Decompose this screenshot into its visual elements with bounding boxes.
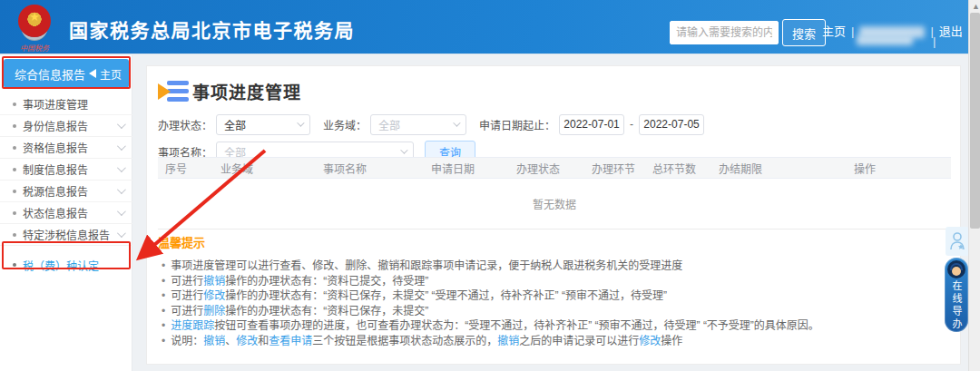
tip-line: •进度跟踪按钮可查看事项办理的进度，也可查看办理状态为：“受理不通过，待补齐补正… (158, 318, 951, 334)
bullet-icon (13, 168, 16, 171)
bullet-icon (13, 103, 16, 106)
member-icon[interactable] (946, 227, 969, 256)
sidebar-section-label: 综合信息报告 (15, 65, 85, 83)
col-status: 办理状态 (495, 161, 581, 176)
tip-text: 按钮可查看事项办理的进度，也可查看办理状态为：“受理不通过，待补齐补正” “预审… (214, 319, 819, 332)
tip-text: 可进行 (171, 305, 203, 317)
sidebar-item-system[interactable]: 制度信息报告 (0, 159, 132, 181)
sidebar-item-special-tax-info[interactable]: 特定涉税信息报告 (0, 224, 132, 246)
bullet-icon (13, 233, 16, 237)
tip-link[interactable]: 查看申请 (269, 335, 312, 347)
sidebar-home-link[interactable]: 主页 (100, 66, 122, 82)
tip-link[interactable]: 修改 (639, 335, 661, 347)
tips-section: 温馨提示 •事项进度管理可以进行查看、修改、删除、撤销和跟踪事项申请记录，便于纳… (158, 233, 951, 348)
back-arrow-icon (89, 69, 96, 78)
tip-link[interactable]: 进度跟踪 (171, 319, 214, 332)
search-button[interactable]: 搜索 (782, 19, 826, 46)
vertical-scrollbar[interactable]: ▲ (968, 0, 980, 371)
business-domain-select[interactable]: 全部 (370, 114, 466, 135)
page-title-row: 事项进度管理 (158, 79, 301, 103)
online-guide-label: 在线导办 (945, 280, 968, 331)
tip-text: 可进行 (171, 275, 203, 288)
chevron-down-icon (297, 119, 304, 126)
domain-filter-label: 业务域： (323, 117, 367, 132)
sidebar-item-progress[interactable]: 事项进度管理 (0, 93, 132, 115)
logo-caption: 中国税务 (13, 43, 56, 53)
bullet-icon: • (162, 319, 165, 332)
tip-line: •可进行删除操作的办理状态有：“资料已保存，未提交” (158, 304, 951, 319)
chevron-down-icon (117, 163, 126, 172)
chevron-down-icon (117, 229, 126, 238)
tip-text: 操作的办理状态有：“资料已提交，待受理” (225, 275, 428, 288)
tips-title: 温馨提示 (158, 233, 951, 250)
date-to-input[interactable] (639, 114, 704, 135)
list-title-icon (158, 80, 189, 103)
bullet-icon: • (162, 275, 165, 288)
tip-text: 可进行 (171, 289, 203, 302)
tip-text: 、 (225, 335, 236, 347)
guide-avatar-icon (947, 260, 965, 278)
username-redacted-line2 (857, 35, 913, 45)
col-step: 办理环节 (581, 161, 646, 176)
results-table: 序号 业务域 事项名称 申请日期 办理状态 办理环节 总环节数 办结期限 操作 … (158, 157, 951, 229)
national-emblem-icon: ★ (18, 5, 51, 37)
tip-text: 操作的办理状态有：“资料已保存，未提交” “受理不通过，待补齐补正” “预审不通… (225, 289, 667, 302)
tip-link[interactable]: 撤销 (203, 275, 225, 288)
bullet-icon (13, 211, 16, 215)
sidebar-item-identity[interactable]: 身份信息报告 (0, 115, 132, 137)
online-guide-button[interactable]: 在线导办 (945, 258, 968, 332)
tip-text: 操作的办理状态有：“资料已保存，未提交” (225, 305, 428, 317)
chevron-down-icon (117, 207, 126, 216)
col-item-name: 事项名称 (279, 161, 410, 176)
tip-text: 和 (258, 335, 269, 347)
tip-line: •可进行修改操作的办理状态有：“资料已保存，未提交” “受理不通过，待补齐补正”… (158, 288, 951, 304)
sidebar-item-qualification[interactable]: 资格信息报告 (0, 137, 132, 159)
home-link[interactable]: 主页 (822, 24, 846, 38)
app-header: ★ 中国税务 国家税务总局北京市电子税务局 搜索 主页||退出 | (0, 0, 980, 54)
chevron-down-icon (117, 142, 126, 151)
chevron-down-icon (400, 146, 407, 153)
tip-line: •说明：撤销、修改和查看申请三个按钮是根据事项状态动态展示的，撤销之后的申请记录… (158, 334, 951, 349)
tip-link[interactable]: 修改 (236, 335, 258, 347)
tip-link[interactable]: 删除 (203, 305, 225, 317)
sidebar-menu: 事项进度管理 身份信息报告 资格信息报告 制度信息报告 税源信息报告 状态信息报… (0, 93, 132, 277)
table-header-row: 序号 业务域 事项名称 申请日期 办理状态 办理环节 总环节数 办结期限 操作 (158, 157, 951, 179)
scrollbar-thumb[interactable] (970, 13, 980, 229)
tip-line: •事项进度管理可以进行查看、修改、删除、撤销和跟踪事项申请记录，便于纳税人跟进税… (158, 259, 951, 274)
status-select[interactable]: 全部 (216, 114, 310, 135)
col-total-steps: 总环节数 (646, 161, 702, 176)
bullet-icon (13, 146, 16, 150)
sidebar-item-status[interactable]: 状态信息报告 (0, 202, 132, 224)
sidebar: 综合信息报告 主页 事项进度管理 身份信息报告 资格信息报告 制度信息报告 税源… (0, 55, 132, 371)
search-input[interactable] (670, 21, 779, 44)
tip-link[interactable]: 撤销 (497, 335, 519, 347)
sidebar-section-header[interactable]: 综合信息报告 主页 (4, 59, 129, 88)
chevron-down-icon (117, 185, 126, 194)
page-title: 事项进度管理 (192, 79, 301, 103)
tip-text: 三个按钮是根据事项状态动态展示的， (312, 335, 497, 347)
tip-text: 事项进度管理可以进行查看、修改、删除、撤销和跟踪事项申请记录，便于纳税人跟进税务… (171, 259, 682, 272)
date-range-label: 申请日期起止： (479, 117, 555, 132)
sidebar-item-tax-source[interactable]: 税源信息报告 (0, 181, 132, 202)
tip-text: 说明： (171, 335, 203, 347)
col-deadline: 办结期限 (702, 161, 779, 176)
chevron-down-icon (453, 119, 460, 126)
tip-link[interactable]: 修改 (203, 289, 225, 302)
status-filter-label: 办理状态： (158, 117, 212, 132)
date-from-input[interactable] (559, 114, 624, 135)
col-actions: 操作 (779, 161, 951, 176)
tip-link[interactable]: 撤销 (203, 335, 225, 347)
bullet-icon: • (162, 289, 165, 302)
tips-list: •事项进度管理可以进行查看、修改、删除、撤销和跟踪事项申请记录，便于纳税人跟进税… (158, 259, 951, 348)
scroll-up-icon[interactable]: ▲ (972, 2, 980, 11)
sidebar-item-tax-type-determination[interactable]: 税（费）种认定 (0, 253, 132, 277)
chevron-down-icon (117, 120, 126, 129)
col-apply-date: 申请日期 (410, 161, 495, 176)
bullet-icon: • (162, 305, 165, 317)
main-content: 事项进度管理 办理状态： 全部 业务域： 全部 申请日期起止： - 事项名称： … (146, 65, 961, 365)
logout-link[interactable]: 退出 (939, 24, 963, 38)
bullet-icon (13, 124, 16, 128)
tip-text: 之后的申请记录可以进行 (519, 335, 639, 347)
col-domain: 业务域 (194, 161, 279, 176)
site-title: 国家税务总局北京市电子税务局 (69, 15, 355, 43)
